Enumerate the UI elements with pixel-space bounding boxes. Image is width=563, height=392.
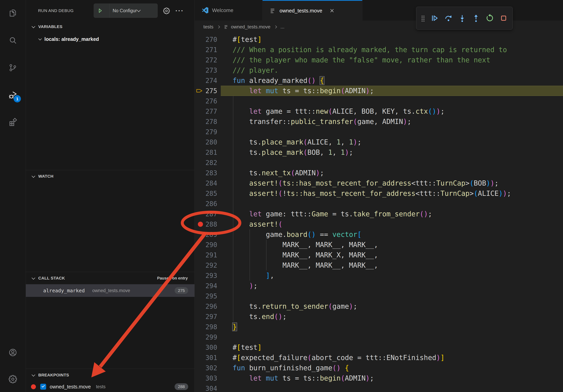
- gutter-cell[interactable]: 274: [195, 75, 221, 86]
- code-line-content[interactable]: [221, 291, 563, 301]
- code-line-content[interactable]: assert!(ts::has_most_recent_for_address<…: [221, 178, 563, 188]
- breadcrumb-item[interactable]: owned_tests.move: [231, 24, 270, 30]
- gutter-cell[interactable]: 303: [195, 373, 221, 383]
- code-line-content[interactable]: game.board() == vector[: [221, 229, 563, 240]
- code-line-content[interactable]: ts.next_tx(ADMIN);: [221, 168, 563, 178]
- gutter-cell[interactable]: 288: [195, 219, 221, 229]
- gutter-cell[interactable]: 300: [195, 342, 221, 353]
- code-line-content[interactable]: MARK__, MARK__, MARK__,: [221, 260, 563, 270]
- code-line-content[interactable]: [221, 383, 563, 392]
- gutter-cell[interactable]: 287: [195, 209, 221, 219]
- code-editor[interactable]: 270#[test]271/// When a position is alre…: [195, 33, 563, 392]
- gutter-cell[interactable]: 301: [195, 353, 221, 363]
- gutter-cell[interactable]: 294: [195, 281, 221, 291]
- gutter-cell[interactable]: 290: [195, 240, 221, 250]
- code-line-content[interactable]: transfer::public_transfer(game, ADMIN);: [221, 117, 563, 127]
- code-line-content[interactable]: }: [221, 322, 563, 332]
- code-line-content[interactable]: fun burn_unfinished_game() {: [221, 363, 563, 373]
- activity-bar-item-extensions[interactable]: [7, 117, 19, 128]
- step-into-button[interactable]: [455, 9, 469, 27]
- code-line-content[interactable]: [221, 127, 563, 137]
- gutter-cell[interactable]: 298: [195, 322, 221, 332]
- gutter-cell[interactable]: 284: [195, 178, 221, 188]
- code-line-content[interactable]: ts.place_mark(BOB, 1, 1);: [221, 147, 563, 157]
- gutter-cell[interactable]: 280: [195, 137, 221, 147]
- breakpoint-list-item[interactable]: owned_tests.move tests 288: [26, 381, 194, 392]
- activity-bar-item-run-and-debug[interactable]: 1: [7, 89, 19, 101]
- code-line-content[interactable]: #[test]: [221, 342, 563, 353]
- continue-button[interactable]: [428, 9, 441, 27]
- code-line-content[interactable]: ts.return_to_sender(game);: [221, 301, 563, 312]
- gutter-cell[interactable]: 302: [195, 363, 221, 373]
- code-line-content[interactable]: ts.end();: [221, 312, 563, 322]
- launch-config-dropdown[interactable]: No Configur: [94, 3, 158, 18]
- gutter-cell[interactable]: 276: [195, 96, 221, 106]
- gutter-cell[interactable]: 277: [195, 106, 221, 117]
- call-stack-frame-row[interactable]: already_marked owned_tests.move 275: [26, 284, 194, 297]
- gutter-cell[interactable]: 304: [195, 383, 221, 392]
- gutter-cell[interactable]: 291: [195, 250, 221, 260]
- code-line-content[interactable]: ts.place_mark(ALICE, 1, 1);: [221, 137, 563, 147]
- code-line-content[interactable]: [221, 198, 563, 209]
- code-line-content[interactable]: [221, 96, 563, 106]
- tab-welcome[interactable]: Welcome: [195, 0, 263, 21]
- gutter-cell[interactable]: 273: [195, 65, 221, 75]
- gutter-cell[interactable]: 285: [195, 188, 221, 198]
- variables-section-header[interactable]: VARIABLES: [26, 20, 194, 33]
- code-line-content[interactable]: let mut ts = ts::begin(ADMIN);: [221, 373, 563, 383]
- gutter-cell[interactable]: 296: [195, 301, 221, 312]
- activity-bar-item-search[interactable]: [7, 35, 19, 46]
- code-line-content[interactable]: /// When a position is already marked, t…: [221, 45, 563, 55]
- gutter-cell[interactable]: 271: [195, 45, 221, 55]
- code-line-content[interactable]: [221, 157, 563, 168]
- stop-button[interactable]: [497, 9, 511, 27]
- activity-bar-item-explorer[interactable]: [7, 7, 19, 19]
- tab-owned-tests-move[interactable]: owned_tests.move: [263, 0, 362, 21]
- variables-locals-row[interactable]: locals: already_marked: [26, 33, 194, 45]
- activity-bar-item-account[interactable]: [7, 347, 19, 358]
- step-out-button[interactable]: [469, 9, 483, 27]
- gutter-cell[interactable]: 272: [195, 55, 221, 65]
- code-line-content[interactable]: assert!(!ts::has_most_recent_for_address…: [221, 188, 563, 198]
- code-line-content[interactable]: [221, 332, 563, 342]
- code-line-content[interactable]: let mut ts = ts::begin(ADMIN);: [221, 86, 563, 96]
- watch-section-header[interactable]: WATCH: [26, 170, 194, 183]
- start-debug-icon[interactable]: [97, 7, 103, 14]
- code-line-content[interactable]: );: [221, 281, 563, 291]
- gutter-cell[interactable]: 289: [195, 229, 221, 240]
- breakpoint-checkbox[interactable]: [40, 384, 46, 390]
- gutter-cell[interactable]: 293: [195, 270, 221, 281]
- gutter-cell[interactable]: 283: [195, 168, 221, 178]
- gutter-cell[interactable]: 292: [195, 260, 221, 270]
- gutter-cell[interactable]: 295: [195, 291, 221, 301]
- code-line-content[interactable]: MARK__, MARK_X, MARK__,: [221, 250, 563, 260]
- code-line-content[interactable]: MARK__, MARK__, MARK__,: [221, 240, 563, 250]
- close-icon[interactable]: [329, 8, 335, 14]
- gutter-cell[interactable]: 270: [195, 34, 221, 45]
- code-line-content[interactable]: ],: [221, 270, 563, 281]
- breakpoints-section-header[interactable]: BREAKPOINTS: [26, 369, 194, 381]
- gutter-cell[interactable]: 282: [195, 157, 221, 168]
- activity-bar-item-settings[interactable]: [7, 373, 19, 385]
- code-line-content[interactable]: let game: ttt::Game = ts.take_from_sende…: [221, 209, 563, 219]
- code-line-content[interactable]: #[test]: [221, 34, 563, 45]
- breakpoint-dot-icon[interactable]: [198, 222, 203, 227]
- code-line-content[interactable]: fun already_marked() {: [221, 75, 563, 86]
- debug-settings-gear-icon[interactable]: [163, 7, 170, 15]
- gutter-cell[interactable]: 286: [195, 198, 221, 209]
- toolbar-drag-grip[interactable]: [418, 9, 428, 27]
- gutter-cell[interactable]: 281: [195, 147, 221, 157]
- code-line-content[interactable]: #[expected_failure(abort_code = ttt::ENo…: [221, 353, 563, 363]
- activity-bar-item-source-control[interactable]: [7, 62, 19, 73]
- gutter-cell[interactable]: 278: [195, 117, 221, 127]
- code-line-content[interactable]: assert!(: [221, 219, 563, 229]
- more-actions-button[interactable]: ···: [175, 0, 184, 21]
- breadcrumb-item[interactable]: tests: [203, 24, 213, 30]
- code-line-content[interactable]: /// the player who made the "false" move…: [221, 55, 563, 65]
- gutter-cell[interactable]: 299: [195, 332, 221, 342]
- code-line-content[interactable]: /// player.: [221, 65, 563, 75]
- restart-button[interactable]: [483, 9, 497, 27]
- gutter-cell[interactable]: 279: [195, 127, 221, 137]
- breadcrumb-item[interactable]: ...: [281, 24, 284, 30]
- gutter-cell[interactable]: 275: [195, 86, 221, 96]
